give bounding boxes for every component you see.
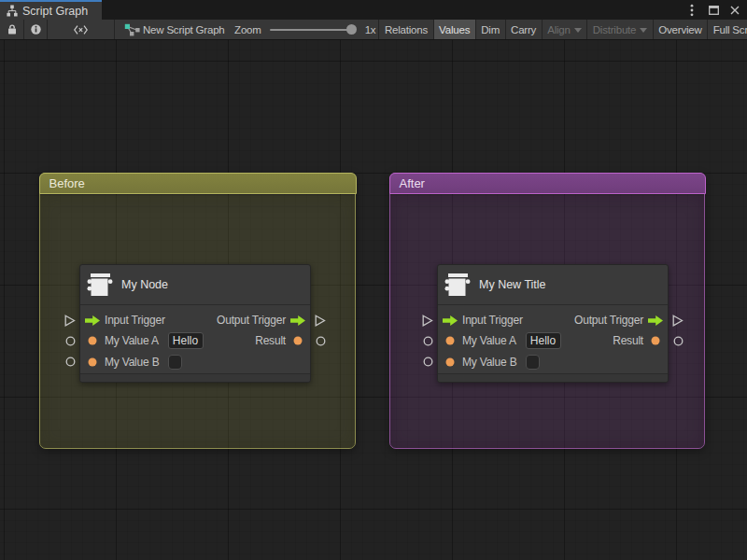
chevron-down-icon	[574, 28, 582, 33]
value-input-icon[interactable]	[85, 336, 100, 345]
port-my-value-b[interactable]: My Value B	[443, 355, 540, 370]
kebab-menu-icon[interactable]	[685, 4, 698, 17]
external-value-output[interactable]	[314, 334, 327, 347]
toolbar-button-distribute[interactable]: Distribute	[587, 20, 653, 40]
external-value-output[interactable]	[671, 334, 684, 347]
port-input-trigger[interactable]: Input Trigger	[85, 314, 165, 327]
zoom-slider-knob[interactable]	[346, 24, 357, 35]
script-graph-icon	[124, 20, 141, 40]
value-a-input[interactable]	[526, 332, 561, 349]
tab-script-graph[interactable]: Script Graph	[0, 0, 102, 20]
flow-output-icon[interactable]	[290, 315, 305, 326]
port-my-value-a[interactable]: My Value A	[443, 332, 561, 349]
group-after-title[interactable]: After	[389, 173, 706, 194]
maximize-icon[interactable]	[707, 4, 720, 17]
node-my-node-box[interactable]: My Node Input Trigger Output Trigger	[79, 264, 311, 383]
port-input-trigger[interactable]: Input Trigger	[443, 314, 523, 327]
graph-hierarchy-icon	[7, 5, 18, 17]
info-icon[interactable]	[24, 20, 47, 40]
port-output-trigger[interactable]: Output Trigger	[574, 314, 663, 327]
close-icon[interactable]	[728, 4, 741, 17]
zoom-label: Zoom	[234, 24, 261, 35]
node-my-new-title[interactable]: My New Title Input Trigger Output Trigge…	[437, 264, 669, 383]
port-my-value-a[interactable]: My Value A	[85, 332, 204, 349]
flow-input-icon[interactable]	[85, 315, 100, 326]
value-output-icon[interactable]	[290, 336, 305, 345]
node-title: My New Title	[479, 278, 546, 291]
value-b-checkbox[interactable]	[168, 355, 182, 370]
unity-script-graph-window: Script Graph	[0, 0, 747, 560]
zoom-slider-track[interactable]	[270, 29, 350, 31]
toolbar-button-overview[interactable]: Overview	[654, 20, 707, 40]
lock-icon[interactable]	[0, 20, 23, 40]
zoom-value: 1x	[365, 24, 376, 35]
node-footer	[438, 373, 668, 382]
value-a-input[interactable]	[168, 332, 204, 349]
port-result[interactable]: Result	[613, 334, 663, 347]
window-controls	[685, 0, 747, 20]
external-value-input[interactable]	[421, 356, 434, 369]
external-value-input[interactable]	[421, 334, 434, 347]
flow-input-icon[interactable]	[443, 315, 458, 326]
external-flow-input[interactable]	[421, 314, 434, 327]
toolbar-button-relations[interactable]: Relations	[379, 20, 432, 40]
toolbar-button-carry[interactable]: Carry	[506, 20, 542, 40]
tab-title: Script Graph	[22, 5, 88, 18]
toolbar-button-dim[interactable]: Dim	[476, 20, 505, 40]
flow-output-icon[interactable]	[648, 315, 663, 326]
node-my-node[interactable]: My Node Input Trigger Output Trigger	[79, 264, 311, 383]
value-b-checkbox[interactable]	[526, 355, 540, 370]
port-result[interactable]: Result	[255, 334, 305, 347]
toolbar-button-values[interactable]: Values	[434, 20, 475, 40]
external-flow-output[interactable]	[314, 314, 327, 327]
node-body: Input Trigger Output Trigger	[80, 305, 310, 372]
external-value-input[interactable]	[63, 334, 77, 347]
node-footer	[80, 373, 310, 382]
unit-icon	[444, 273, 471, 296]
unit-icon	[87, 273, 113, 296]
port-output-trigger[interactable]: Output Trigger	[217, 314, 305, 327]
group-before-title[interactable]: Before	[39, 173, 357, 194]
node-body: Input Trigger Output Trigger	[438, 305, 668, 372]
port-my-value-b[interactable]: My Value B	[85, 355, 182, 370]
graph-canvas[interactable]: Before After My Node	[0, 40, 747, 560]
value-input-icon[interactable]	[443, 336, 458, 345]
code-preview-icon[interactable]	[48, 20, 114, 40]
chevron-down-icon	[640, 28, 647, 33]
node-my-new-title-box[interactable]: My New Title Input Trigger Output Trigge…	[437, 264, 669, 383]
external-flow-input[interactable]	[63, 314, 77, 327]
graph-name-label[interactable]: New Script Graph	[141, 20, 230, 40]
toolbar-button-align[interactable]: Align	[543, 20, 587, 40]
toolbar-button-fullscreen[interactable]: Full Screen	[708, 20, 747, 40]
external-value-input[interactable]	[63, 356, 77, 369]
value-output-icon[interactable]	[648, 336, 663, 345]
value-input-icon[interactable]	[443, 357, 458, 367]
external-flow-output[interactable]	[671, 314, 684, 327]
tab-bar: Script Graph	[0, 0, 747, 20]
node-header[interactable]: My New Title	[438, 265, 668, 305]
value-input-icon[interactable]	[85, 357, 100, 367]
node-header[interactable]: My Node	[80, 265, 310, 305]
node-title: My Node	[121, 278, 168, 291]
graph-toolbar: New Script Graph Zoom 1x Relations Value…	[0, 20, 747, 40]
zoom-control: Zoom 1x	[234, 24, 375, 35]
